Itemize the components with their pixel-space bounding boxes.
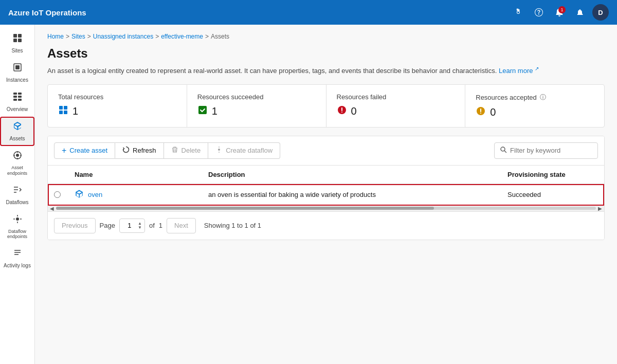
row-radio[interactable] bbox=[54, 191, 61, 198]
sidebar-item-assets[interactable]: Assets bbox=[0, 117, 34, 146]
instances-icon bbox=[12, 62, 23, 75]
of-label: of bbox=[149, 222, 155, 229]
svg-rect-9 bbox=[18, 96, 22, 98]
table-toolbar: + Create asset Refresh Delete bbox=[48, 136, 604, 166]
sidebar-item-dataflow-endpoints[interactable]: Dataflow endpoints bbox=[0, 210, 34, 244]
breadcrumb-effective-meme[interactable]: effective-meme bbox=[161, 33, 203, 40]
sidebar-label-asset-endpoints: Asset endpoints bbox=[2, 165, 32, 176]
resources-failed-icon bbox=[337, 105, 347, 118]
sidebar-item-activity-logs[interactable]: Activity logs bbox=[0, 244, 34, 273]
refresh-button[interactable]: Refresh bbox=[115, 142, 164, 159]
search-icon bbox=[500, 146, 507, 155]
sidebar-label-instances: Instances bbox=[6, 77, 28, 83]
search-input[interactable] bbox=[510, 147, 592, 154]
svg-rect-5 bbox=[15, 65, 20, 69]
scroll-thumb[interactable] bbox=[56, 207, 434, 210]
next-button[interactable]: Next bbox=[167, 218, 196, 233]
scrollbar[interactable]: ◀ ▶ bbox=[48, 206, 604, 212]
table-header: Name Description Provisioning state bbox=[48, 166, 604, 184]
learn-more-link[interactable]: Learn more ↗ bbox=[499, 67, 539, 75]
breadcrumb-home[interactable]: Home bbox=[47, 33, 64, 40]
dataflow-endpoints-icon bbox=[12, 214, 23, 227]
svg-rect-11 bbox=[18, 99, 22, 101]
svg-point-14 bbox=[16, 217, 19, 221]
asset-endpoints-icon bbox=[12, 150, 23, 163]
sidebar-item-sites[interactable]: Sites bbox=[0, 29, 34, 58]
row-checkbox[interactable] bbox=[48, 186, 68, 203]
help-icon[interactable] bbox=[531, 4, 547, 21]
dataflows-icon bbox=[12, 185, 23, 197]
svg-rect-15 bbox=[59, 106, 63, 110]
page-input[interactable] bbox=[122, 222, 137, 229]
svg-rect-1 bbox=[18, 34, 22, 38]
th-provisioning-state: Provisioning state bbox=[501, 166, 604, 184]
stats-row: Total resources 1 Resources succeeded bbox=[47, 84, 605, 128]
notifications-icon[interactable]: 1 bbox=[551, 4, 568, 21]
sidebar-item-overview[interactable]: Overview bbox=[0, 87, 34, 117]
overview-icon bbox=[12, 92, 23, 104]
page-input-wrapper[interactable]: ▲ ▼ bbox=[119, 219, 145, 233]
sidebar-label-sites: Sites bbox=[11, 48, 23, 54]
app-title: Azure IoT Operations bbox=[8, 8, 510, 17]
of-value: 1 bbox=[159, 222, 162, 229]
asset-name-link[interactable]: oven bbox=[88, 191, 102, 198]
breadcrumb-sites[interactable]: Sites bbox=[71, 33, 85, 40]
sidebar: Sites Instances Overview Assets Asset en… bbox=[0, 25, 35, 364]
pagination: Previous Page ▲ ▼ of 1 Next Showing 1 to… bbox=[48, 212, 604, 240]
avatar[interactable]: D bbox=[592, 4, 609, 21]
breadcrumb-unassigned-instances[interactable]: Unassigned instances bbox=[93, 33, 153, 40]
scroll-right-arrow[interactable]: ▶ bbox=[598, 206, 602, 211]
row-provisioning-state: Succeeded bbox=[501, 186, 604, 204]
svg-point-12 bbox=[16, 154, 19, 157]
sites-icon bbox=[12, 33, 23, 46]
delete-button[interactable]: Delete bbox=[164, 142, 209, 159]
sidebar-label-overview: Overview bbox=[7, 106, 28, 113]
create-dataflow-button[interactable]: Create dataflow bbox=[208, 142, 280, 159]
page-label: Page bbox=[100, 222, 115, 229]
table-row: oven an oven is essential for baking a w… bbox=[48, 184, 604, 206]
topbar: Azure IoT Operations 1 D bbox=[0, 0, 617, 25]
scroll-track[interactable] bbox=[56, 207, 596, 210]
total-resources-icon bbox=[58, 105, 68, 118]
page-arrows: ▲ ▼ bbox=[138, 222, 142, 230]
breadcrumb: Home > Sites > Unassigned instances > ef… bbox=[47, 33, 605, 40]
settings-icon[interactable] bbox=[510, 4, 527, 21]
svg-point-25 bbox=[501, 147, 505, 151]
page-description: An asset is a logical entity created to … bbox=[47, 65, 605, 76]
scroll-left-arrow[interactable]: ◀ bbox=[50, 206, 54, 211]
dataflow-icon bbox=[215, 146, 223, 155]
row-description: an oven is essential for baking a wide v… bbox=[202, 186, 501, 204]
assets-icon bbox=[12, 121, 23, 134]
stat-resources-accepted: Resources accepted ⓘ 0 bbox=[465, 85, 604, 127]
resources-succeeded-icon bbox=[197, 105, 208, 118]
svg-rect-19 bbox=[198, 106, 207, 114]
page-down-arrow[interactable]: ▼ bbox=[138, 226, 142, 230]
resources-accepted-icon bbox=[476, 106, 486, 119]
page-title: Assets bbox=[47, 46, 605, 61]
sidebar-item-asset-endpoints[interactable]: Asset endpoints bbox=[0, 146, 34, 180]
search-box[interactable] bbox=[494, 142, 598, 159]
activity-logs-icon bbox=[12, 248, 23, 261]
previous-button[interactable]: Previous bbox=[54, 218, 96, 233]
svg-rect-16 bbox=[64, 106, 67, 110]
plus-icon: + bbox=[62, 146, 66, 155]
delete-icon bbox=[171, 146, 178, 155]
th-name: Name bbox=[68, 166, 202, 184]
svg-rect-18 bbox=[64, 111, 67, 114]
sidebar-item-dataflows[interactable]: Dataflows bbox=[0, 180, 34, 210]
assets-table-container: + Create asset Refresh Delete bbox=[47, 136, 605, 240]
stat-resources-failed: Resources failed 0 bbox=[326, 85, 466, 127]
th-checkbox bbox=[48, 166, 68, 184]
svg-rect-3 bbox=[18, 39, 22, 42]
sidebar-label-dataflows: Dataflows bbox=[6, 199, 29, 206]
bell-icon[interactable] bbox=[572, 4, 588, 21]
create-asset-button[interactable]: + Create asset bbox=[54, 142, 115, 159]
svg-rect-7 bbox=[18, 93, 22, 95]
svg-rect-10 bbox=[13, 99, 17, 101]
topbar-icons: 1 D bbox=[510, 4, 609, 21]
stat-total-resources: Total resources 1 bbox=[48, 85, 187, 127]
pagination-showing: Showing 1 to 1 of 1 bbox=[204, 222, 261, 229]
stat-resources-succeeded: Resources succeeded 1 bbox=[187, 85, 326, 127]
svg-rect-6 bbox=[13, 93, 17, 95]
sidebar-item-instances[interactable]: Instances bbox=[0, 58, 34, 87]
